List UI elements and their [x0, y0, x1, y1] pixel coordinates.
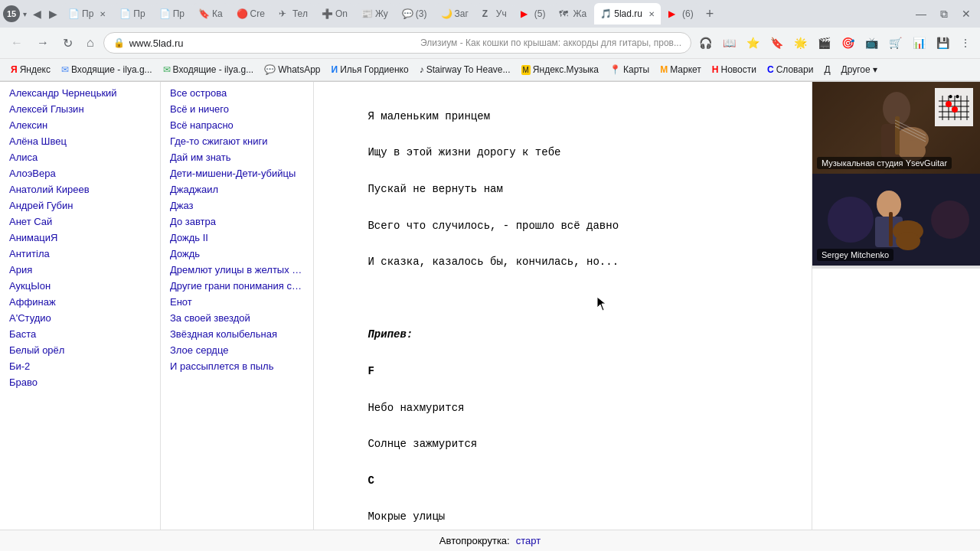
- middle-item-2[interactable]: Всё напрасно: [161, 117, 313, 133]
- middle-item-15[interactable]: Звёздная колыбельная: [161, 326, 313, 342]
- sidebar-item-10[interactable]: Антитіла: [0, 246, 160, 262]
- bookmark-stairway[interactable]: ♪ Stairway To Heave...: [415, 63, 515, 77]
- tab-1[interactable]: 📄 Пр ✕: [62, 3, 112, 24]
- extension-icon-2[interactable]: 🎬: [815, 35, 834, 51]
- sidebar-item-16[interactable]: Белый орёл: [0, 342, 160, 358]
- bookmark-yandex-music[interactable]: М Яндекс.Музыка: [517, 63, 603, 77]
- middle-item-3[interactable]: Где-то сжигают книги: [161, 133, 313, 149]
- tab-forward-btn[interactable]: ▶: [46, 6, 60, 21]
- tab-10[interactable]: 🌙 Заг: [435, 3, 475, 24]
- sidebar-item-1[interactable]: Алексей Глызин: [0, 101, 160, 117]
- sidebar-item-0[interactable]: Александр Чернецький: [0, 85, 160, 101]
- bookmark-market[interactable]: М Маркет: [655, 63, 706, 77]
- bookmark-inbox-1[interactable]: ✉ Входящие - ilya.g...: [57, 63, 157, 77]
- sidebar-item-12[interactable]: АукцЫон: [0, 278, 160, 294]
- middle-item-7[interactable]: Джаз: [161, 197, 313, 214]
- bookmark-d[interactable]: Д: [819, 63, 835, 77]
- main-content[interactable]: Я маленьким принцем Ищу в этой жизни дор…: [314, 82, 812, 551]
- sidebar-item-9[interactable]: АнимациЯ: [0, 230, 160, 246]
- middle-item-4[interactable]: Дай им знать: [161, 149, 313, 165]
- middle-item-10[interactable]: Дождь: [161, 246, 313, 262]
- sidebar-item-2[interactable]: Алексин: [0, 117, 160, 133]
- sidebar-item-4[interactable]: Алиса: [0, 149, 160, 165]
- bookmark-whatsapp[interactable]: 💬 WhatsApp: [260, 63, 325, 77]
- bookmark-inbox-2[interactable]: ✉ Входящие - ilya.g...: [158, 63, 259, 77]
- sidebar-item-14[interactable]: А'Студио: [0, 310, 160, 326]
- home-button[interactable]: ⌂: [82, 33, 99, 53]
- tab-9[interactable]: 💬 (3): [396, 3, 433, 24]
- tab-counter[interactable]: 15: [3, 5, 20, 22]
- extension-icon-6[interactable]: 📊: [910, 35, 929, 51]
- close-button[interactable]: ✕: [956, 6, 977, 22]
- bookmark-maps[interactable]: 📍 Карты: [605, 63, 654, 77]
- sidebar-item-5[interactable]: АлоэВера: [0, 165, 160, 181]
- toolbar-icons: 🎧 📖 ⭐ 🔖 🌟 🎬 🎯 📺 🛒 📊 💾 ⋮: [696, 35, 974, 51]
- bookmark-star-icon[interactable]: ⭐: [743, 35, 763, 51]
- middle-item-14[interactable]: За своей звездой: [161, 310, 313, 326]
- sidebar-item-3[interactable]: Алёна Швец: [0, 133, 160, 149]
- tab-back-btn[interactable]: ◀: [30, 6, 44, 21]
- bookmark-other[interactable]: Другое ▾: [837, 63, 882, 77]
- extension-icon-5[interactable]: 🛒: [886, 35, 905, 51]
- menu-icon[interactable]: ⋮: [957, 35, 974, 51]
- tab-12[interactable]: ▶ (5): [514, 3, 552, 24]
- extension-icon-7[interactable]: 💾: [933, 35, 952, 51]
- minimize-button[interactable]: —: [910, 6, 933, 22]
- middle-item-12[interactable]: Другие грани понимания свободы: [161, 278, 313, 294]
- yandex-music-favicon: М: [521, 65, 531, 75]
- bookmark-maps-label: Карты: [623, 64, 649, 75]
- bookmark-news[interactable]: Н Новости: [707, 63, 761, 77]
- tab-list-chevron[interactable]: ▾: [21, 10, 28, 18]
- tab-2[interactable]: 📄 Пр: [113, 3, 151, 24]
- new-tab-button[interactable]: +: [701, 6, 719, 22]
- tab-7[interactable]: ➕ On: [315, 3, 354, 24]
- tab-14-active[interactable]: 🎵 5lad.ru ✕: [594, 3, 661, 24]
- autoscroll-start-link[interactable]: старт: [516, 535, 541, 546]
- middle-item-17[interactable]: И рассыплется в пыль: [161, 358, 313, 374]
- tab-3[interactable]: 📄 Пр: [153, 3, 191, 24]
- back-button[interactable]: ←: [6, 33, 28, 53]
- tab-11[interactable]: Z Уч: [476, 3, 513, 24]
- bookmark-dictionaries[interactable]: С Словари: [763, 63, 818, 77]
- tab-close-1[interactable]: ✕: [100, 10, 106, 18]
- tab-15[interactable]: ▶ (6): [662, 3, 700, 24]
- middle-item-11[interactable]: Дремлют улицы в желтых огнях: [161, 262, 313, 278]
- extension-icon-3[interactable]: 🎯: [838, 35, 858, 51]
- tab-4[interactable]: 🔖 Ка: [192, 3, 229, 24]
- bookmark-yandex[interactable]: Я Яндекс: [6, 63, 55, 77]
- video-thumb-1[interactable]: ● ● Музыкальная студия YsevGuitar: [812, 82, 980, 174]
- address-input[interactable]: 🔒 www.5lad.ru Элизиум - Как кошки по кры…: [103, 32, 691, 54]
- refresh-button[interactable]: ↻: [58, 33, 77, 54]
- sidebar-item-13[interactable]: Аффинаж: [0, 294, 160, 310]
- right-panel-scrollbar[interactable]: [812, 266, 980, 269]
- maximize-button[interactable]: ⧉: [934, 6, 954, 22]
- tab-8[interactable]: 📰 Жу: [355, 3, 394, 24]
- middle-item-16[interactable]: Злое сердце: [161, 342, 313, 358]
- tab-6[interactable]: ✈ Тел: [273, 3, 314, 24]
- tab-5[interactable]: 🔴 Cre: [230, 3, 271, 24]
- middle-item-0[interactable]: Все острова: [161, 85, 313, 101]
- middle-item-13[interactable]: Енот: [161, 294, 313, 310]
- extension-icon-1[interactable]: 🌟: [791, 35, 810, 51]
- video-thumb-2[interactable]: Sergey Mitchenko: [812, 174, 980, 266]
- sidebar-item-7[interactable]: Андрей Губин: [0, 197, 160, 214]
- middle-item-9[interactable]: Дождь II: [161, 230, 313, 246]
- headphones-icon[interactable]: 🎧: [696, 35, 715, 51]
- tab-close-14[interactable]: ✕: [648, 10, 655, 18]
- bookmark-icon[interactable]: 🔖: [767, 35, 786, 51]
- sidebar-item-17[interactable]: Би-2: [0, 358, 160, 374]
- sidebar-item-8[interactable]: Анет Сай: [0, 214, 160, 230]
- sidebar-item-18[interactable]: Браво: [0, 374, 160, 390]
- middle-item-8[interactable]: До завтра: [161, 214, 313, 230]
- tab-13[interactable]: 🗺 Жа: [553, 3, 593, 24]
- sidebar-item-6[interactable]: Анатолий Киреев: [0, 181, 160, 197]
- sidebar-item-15[interactable]: Баста: [0, 326, 160, 342]
- forward-button[interactable]: →: [32, 33, 54, 53]
- extension-icon-4[interactable]: 📺: [862, 35, 881, 51]
- sidebar-item-11[interactable]: Ария: [0, 262, 160, 278]
- middle-item-1[interactable]: Всё и ничего: [161, 101, 313, 117]
- middle-item-6[interactable]: Джаджаил: [161, 181, 313, 197]
- reader-icon[interactable]: 📖: [720, 35, 739, 51]
- middle-item-5[interactable]: Дети-мишени-Дети-убийцы: [161, 165, 313, 181]
- bookmark-ilya[interactable]: И Илья Гордиенко: [327, 63, 413, 77]
